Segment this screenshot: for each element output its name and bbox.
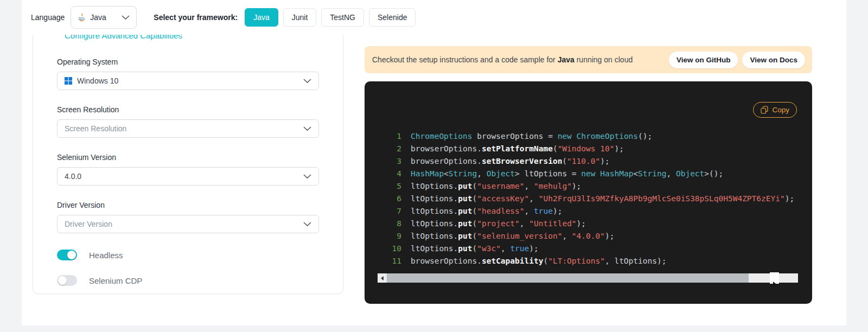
headless-toggle[interactable] [57,250,77,260]
driver-version-field: Driver Version Driver Version [57,201,319,233]
line-number: 5 [365,180,401,193]
framework-button-junit[interactable]: Junit [283,8,317,27]
banner-text-language: Java [558,55,575,64]
line-number: 7 [365,205,401,218]
line-number: 4 [365,168,401,180]
screen-resolution-placeholder: Screen Resolution [65,124,126,133]
horizontal-scrollbar[interactable] [378,273,798,283]
operating-system-select[interactable]: Windows 10 [57,72,319,90]
line-content: ltOptions.put("project", "Untitled"); [411,218,586,230]
line-content: ChromeOptions browserOptions = new Chrom… [411,130,652,143]
language-select[interactable]: Java [71,6,137,29]
chevron-down-icon [303,174,311,179]
line-number: 11 [365,255,401,267]
scroll-left-arrow-icon[interactable] [378,273,387,283]
code-line: 1ChromeOptions browserOptions = new Chro… [365,130,809,143]
code-block: Copy 1ChromeOptions browserOptions = new… [365,81,812,304]
chevron-down-icon [303,126,311,131]
selenium-cdp-toggle-row: Selenium CDP [57,275,319,286]
toggle-knob [67,251,76,259]
code-line: 4HashMap<String, Object> ltOptions = new… [365,168,809,180]
chevron-down-icon [122,15,130,20]
banner-text-after: running on cloud [575,55,633,64]
code-line: 11browserOptions.setCapability("LT:Optio… [365,255,809,267]
selenium-version-field: Selenium Version 4.0.0 [57,153,319,186]
language-label: Language [31,13,65,22]
selenium-version-select[interactable]: 4.0.0 [57,167,319,186]
screen-resolution-field: Screen Resolution Screen Resolution [57,105,319,138]
java-icon [78,13,86,22]
language-value: Java [90,13,117,22]
banner-actions: View on GitHub View on Docs [669,52,805,68]
copy-button-label: Copy [772,106,789,114]
headless-toggle-row: Headless [57,250,319,260]
line-number: 3 [365,155,401,168]
line-content: ltOptions.put("selenium_version", "4.0.0… [411,230,614,242]
content-surface: Language Java Select your framework: Jav… [22,0,846,325]
operating-system-value: Windows 10 [77,76,118,85]
right-panel: Checkout the setup instructions and a co… [365,35,812,304]
scroll-right-arrow-icon[interactable] [770,272,779,284]
toggle-knob [58,276,67,285]
headless-label: Headless [89,251,123,260]
code-line: 10ltOptions.put("w3c", true); [365,242,809,255]
line-number: 6 [365,193,401,205]
line-number: 2 [365,143,401,155]
line-content: browserOptions.setPlatformName("Windows … [411,143,624,155]
line-content: HashMap<String, Object> ltOptions = new … [411,168,723,180]
line-content: ltOptions.put("w3c", true); [411,242,539,255]
line-content: browserOptions.setBrowserVersion("110.0"… [411,155,610,168]
copy-icon [761,106,768,114]
capabilities-panel: Configure Advanced Capabilities Operatin… [33,22,343,294]
code-line: 2browserOptions.setPlatformName("Windows… [365,143,809,155]
line-number: 9 [365,230,401,242]
setup-banner: Checkout the setup instructions and a co… [365,46,812,73]
framework-button-selenide[interactable]: Selenide [369,8,416,27]
line-content: ltOptions.put("username", "mehulg"); [411,180,581,193]
topbar: Language Java Select your framework: Jav… [22,0,846,35]
code-lines: 1ChromeOptions browserOptions = new Chro… [365,130,809,267]
operating-system-field: Operating System Windows 10 [57,58,319,90]
line-content: ltOptions.put("accessKey", "Uh2FrqU3lIs9… [411,193,794,205]
line-number: 1 [365,130,401,143]
operating-system-selected: Windows 10 [65,76,118,85]
selenium-version-label: Selenium Version [57,153,319,162]
chevron-down-icon [303,222,311,227]
selenium-cdp-toggle[interactable] [57,275,77,286]
screen-resolution-label: Screen Resolution [57,105,319,114]
line-number: 8 [365,218,401,230]
framework-button-java[interactable]: Java [245,8,278,27]
view-on-docs-button[interactable]: View on Docs [742,52,805,68]
driver-version-select[interactable]: Driver Version [57,215,319,233]
framework-button-testng[interactable]: TestNG [321,8,364,27]
main: Configure Advanced Capabilities Operatin… [22,35,846,304]
page: Language Java Select your framework: Jav… [0,0,868,332]
line-content: browserOptions.setCapability("LT:Options… [411,255,666,267]
framework-label: Select your framework: [154,13,238,22]
scrollbar-thumb[interactable] [387,273,749,283]
chevron-down-icon [303,79,311,84]
code-line: 8ltOptions.put("project", "Untitled"); [365,218,809,230]
banner-text-before: Checkout the setup instructions and a co… [372,55,558,64]
selenium-version-value: 4.0.0 [65,172,81,181]
code-line: 6ltOptions.put("accessKey", "Uh2FrqU3lIs… [365,193,809,205]
code-line: 5ltOptions.put("username", "mehulg"); [365,180,809,193]
line-content: ltOptions.put("headless", true); [411,205,562,218]
code-line: 9ltOptions.put("selenium_version", "4.0.… [365,230,809,242]
code-line: 7ltOptions.put("headless", true); [365,205,809,218]
selenium-cdp-label: Selenium CDP [89,276,142,285]
screen-resolution-select[interactable]: Screen Resolution [57,119,319,138]
code-line: 3browserOptions.setBrowserVersion("110.0… [365,155,809,168]
banner-text: Checkout the setup instructions and a co… [372,55,633,64]
windows-icon [65,77,72,85]
copy-button[interactable]: Copy [753,102,797,118]
driver-version-placeholder: Driver Version [65,220,112,228]
line-number: 10 [365,242,401,255]
driver-version-label: Driver Version [57,201,319,209]
view-on-github-button[interactable]: View on GitHub [669,52,738,68]
operating-system-label: Operating System [57,58,319,66]
